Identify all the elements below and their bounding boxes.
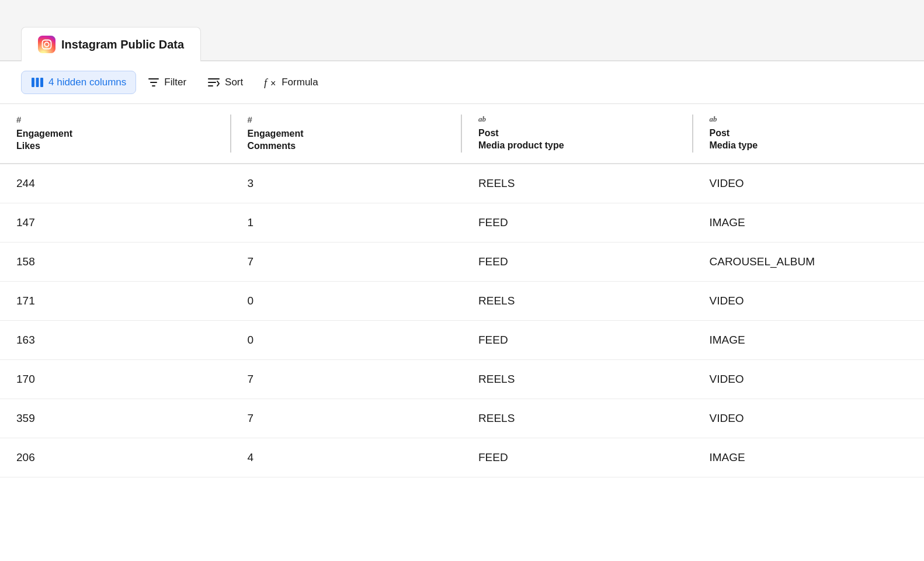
sort-button[interactable]: Sort bbox=[198, 72, 252, 93]
col-title-media-type: PostMedia type bbox=[710, 127, 908, 152]
formula-icon: f × bbox=[264, 77, 277, 88]
table-row: 1710REELSVIDEO bbox=[0, 281, 924, 320]
type-hash-icon-2: # bbox=[248, 115, 252, 124]
hidden-columns-label: 4 hidden columns bbox=[48, 77, 126, 88]
cell-comments: 1 bbox=[231, 203, 463, 242]
cell-likes: 163 bbox=[0, 320, 231, 359]
type-hash-icon-1: # bbox=[16, 115, 21, 124]
cell-media-product-type: REELS bbox=[462, 281, 693, 320]
cell-likes: 206 bbox=[0, 438, 231, 477]
svg-rect-6 bbox=[40, 78, 43, 87]
cell-likes: 171 bbox=[0, 281, 231, 320]
svg-text:f: f bbox=[264, 77, 269, 88]
cell-media-type: IMAGE bbox=[693, 203, 925, 242]
cell-comments: 4 bbox=[231, 438, 463, 477]
col-header-likes[interactable]: # EngagementLikes bbox=[0, 104, 231, 164]
cell-media-type: CAROUSEL_ALBUM bbox=[693, 242, 925, 281]
filter-button[interactable]: Filter bbox=[138, 72, 196, 93]
svg-rect-5 bbox=[36, 78, 39, 87]
type-ab-icon-2: ab bbox=[710, 115, 717, 124]
cell-media-product-type: REELS bbox=[462, 399, 693, 438]
hidden-columns-button[interactable]: 4 hidden columns bbox=[21, 71, 136, 94]
cell-media-type: VIDEO bbox=[693, 164, 925, 203]
formula-button[interactable]: f × Formula bbox=[255, 72, 327, 93]
col-header-media-product-type[interactable]: ab PostMedia product type bbox=[462, 104, 693, 164]
tab-label: Instagram Public Data bbox=[61, 38, 184, 51]
svg-point-3 bbox=[50, 40, 51, 41]
cell-media-product-type: REELS bbox=[462, 164, 693, 203]
columns-icon bbox=[31, 76, 44, 89]
cell-media-type: IMAGE bbox=[693, 320, 925, 359]
table-row: 1587FEEDCAROUSEL_ALBUM bbox=[0, 242, 924, 281]
cell-media-type: VIDEO bbox=[693, 399, 925, 438]
cell-likes: 359 bbox=[0, 399, 231, 438]
tab-instagram-public-data[interactable]: Instagram Public Data bbox=[21, 27, 201, 61]
col-title-media-product-type: PostMedia product type bbox=[478, 127, 677, 152]
cell-comments: 0 bbox=[231, 281, 463, 320]
cell-media-type: VIDEO bbox=[693, 281, 925, 320]
cell-comments: 3 bbox=[231, 164, 463, 203]
cell-media-type: VIDEO bbox=[693, 359, 925, 399]
svg-rect-0 bbox=[38, 36, 55, 53]
cell-comments: 7 bbox=[231, 242, 463, 281]
table-row: 3597REELSVIDEO bbox=[0, 399, 924, 438]
cell-media-product-type: REELS bbox=[462, 359, 693, 399]
formula-label: Formula bbox=[282, 77, 318, 88]
col-header-comments[interactable]: # EngagementComments bbox=[231, 104, 463, 164]
cell-media-product-type: FEED bbox=[462, 438, 693, 477]
filter-icon bbox=[148, 77, 159, 88]
data-table-container: # EngagementLikes # EngagementComments bbox=[0, 104, 924, 477]
cell-media-product-type: FEED bbox=[462, 320, 693, 359]
data-table: # EngagementLikes # EngagementComments bbox=[0, 104, 924, 477]
col-header-media-type[interactable]: ab PostMedia type bbox=[693, 104, 925, 164]
cell-comments: 7 bbox=[231, 359, 463, 399]
table-header-row: # EngagementLikes # EngagementComments bbox=[0, 104, 924, 164]
cell-likes: 158 bbox=[0, 242, 231, 281]
cell-comments: 7 bbox=[231, 399, 463, 438]
table-row: 1707REELSVIDEO bbox=[0, 359, 924, 399]
cell-media-product-type: FEED bbox=[462, 203, 693, 242]
table-row: 2064FEEDIMAGE bbox=[0, 438, 924, 477]
table-row: 2443REELSVIDEO bbox=[0, 164, 924, 203]
svg-text:×: × bbox=[270, 78, 276, 88]
cell-media-product-type: FEED bbox=[462, 242, 693, 281]
cell-likes: 147 bbox=[0, 203, 231, 242]
cell-likes: 170 bbox=[0, 359, 231, 399]
sort-label: Sort bbox=[225, 77, 243, 88]
cell-comments: 0 bbox=[231, 320, 463, 359]
type-ab-icon-1: ab bbox=[478, 115, 486, 124]
table-row: 1630FEEDIMAGE bbox=[0, 320, 924, 359]
cell-likes: 244 bbox=[0, 164, 231, 203]
col-title-likes: EngagementLikes bbox=[16, 128, 215, 153]
tab-bar: Instagram Public Data bbox=[0, 0, 924, 61]
instagram-icon bbox=[38, 36, 55, 53]
table-row: 1471FEEDIMAGE bbox=[0, 203, 924, 242]
sort-icon bbox=[207, 77, 220, 88]
cell-media-type: IMAGE bbox=[693, 438, 925, 477]
toolbar: 4 hidden columns Filter Sort f × Formula bbox=[0, 61, 924, 104]
svg-rect-4 bbox=[32, 78, 34, 87]
filter-label: Filter bbox=[164, 77, 186, 88]
col-title-comments: EngagementComments bbox=[248, 128, 446, 153]
